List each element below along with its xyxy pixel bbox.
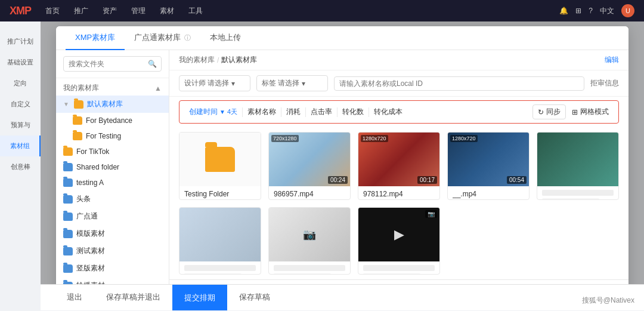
material-search-input[interactable]: [334, 76, 584, 91]
folder-item-testing[interactable]: For Testing: [56, 128, 169, 144]
asset-card-video-3[interactable]: 1280x720 00:54 __.mp4 ID: 307460 2021-07…: [447, 132, 530, 200]
asset-card-placeholder-1[interactable]: [537, 132, 619, 200]
folder-name: 头条: [76, 194, 91, 204]
asset-card-placeholder-4[interactable]: ▶ 📷: [358, 207, 440, 275]
folder-item-shared[interactable]: Shared folder: [56, 159, 169, 175]
modal-tabs: XMP素材库 广点通素材库 ⓘ 本地上传: [56, 26, 628, 50]
asset-date-placeholder: [184, 273, 242, 275]
folder-icon: [73, 132, 82, 140]
section-toggle-icon[interactable]: ▲: [154, 84, 162, 93]
sidebar-label-basic[interactable]: 基础设置: [0, 52, 41, 73]
folder-name: For Bytedance: [86, 116, 132, 125]
bottom-tab-exit[interactable]: 退出: [55, 285, 94, 311]
modal-body: 🔍 我的素材库 ▲ ▼ 默认素材库: [56, 50, 628, 307]
folder-search-input[interactable]: [63, 56, 162, 72]
logo: XMP: [10, 5, 31, 17]
folder-item-toutiao[interactable]: 头条: [56, 190, 169, 208]
th-name[interactable]: 素材名称: [247, 107, 276, 117]
asset-info: [358, 261, 439, 275]
sort-suffix: 4天: [227, 107, 237, 116]
resolution-badge: 1280x720: [361, 135, 388, 142]
resolution-badge: 1280x720: [450, 135, 478, 142]
sidebar-label-targeting[interactable]: 定向: [0, 73, 41, 94]
nav-assets[interactable]: 资产: [103, 6, 117, 16]
folder-item-testing-a[interactable]: testing A: [56, 175, 169, 190]
breadcrumb-parent[interactable]: 我的素材库: [179, 55, 215, 65]
breadcrumb: 我的素材库 / 默认素材库 编辑: [169, 50, 628, 70]
bell-icon[interactable]: 🔔: [559, 7, 568, 15]
th-convert-cost[interactable]: 转化成本: [374, 107, 402, 117]
asset-name-placeholder: [184, 265, 256, 271]
table-header: 创建时间 ▼ 4天 素材名称 消耗 点击率 转化数 转化成本: [179, 100, 619, 124]
asset-info: [269, 261, 350, 275]
asset-card-video-2[interactable]: 1280x720 00:17 978112.mp4 ID: 319240 202…: [358, 132, 440, 200]
sidebar-label-custom[interactable]: 自定义: [0, 94, 41, 115]
sidebar-label-creative[interactable]: 创意棒: [0, 156, 41, 177]
folder-item-vertical[interactable]: 竖版素材: [56, 260, 169, 277]
nav-material[interactable]: 素材: [160, 6, 174, 16]
folder-item-tiktok[interactable]: For TikTok: [56, 144, 169, 159]
camera-icon: 📷: [303, 228, 316, 241]
asset-info: [537, 186, 618, 200]
sidebar-label-material[interactable]: 素材组: [0, 136, 41, 156]
nav-manage[interactable]: 管理: [131, 6, 145, 16]
folder-item-bytedance[interactable]: For Bytedance: [56, 113, 169, 128]
sidebar-label-budget[interactable]: 预算与: [0, 115, 41, 136]
asset-thumbnail: [179, 133, 261, 186]
asset-thumbnail: ▶ 📷: [358, 208, 439, 261]
folder-icon: [74, 100, 83, 109]
folder-icon: [63, 178, 73, 187]
folder-item-test-material[interactable]: 测试素材: [56, 242, 169, 260]
folder-icon: [63, 247, 73, 255]
right-panel: 我的素材库 / 默认素材库 编辑 设计师 请选择 ▾ 标签 请选: [169, 50, 628, 307]
folder-item-guangdiantong[interactable]: 广点通: [56, 208, 169, 225]
bottom-tab-save[interactable]: 保存草稿: [227, 285, 282, 311]
question-icon[interactable]: ?: [589, 7, 593, 15]
grid-icon[interactable]: ⊞: [575, 7, 581, 15]
asset-card-folder[interactable]: Testing Folder 2021-08-18 16:18:07: [179, 132, 261, 200]
folder-name: 默认素材库: [87, 99, 123, 109]
audit-info-button[interactable]: 拒审信息: [590, 78, 619, 88]
th-consume[interactable]: 消耗: [286, 107, 301, 117]
th-convert-count[interactable]: 转化数: [342, 107, 364, 117]
avatar[interactable]: U: [621, 4, 634, 17]
folder-icon: [63, 213, 73, 221]
tag-filter[interactable]: 标签 请选择 ▾: [256, 75, 328, 91]
duration-badge: 📷: [425, 210, 437, 218]
search-icon: 🔍: [148, 60, 157, 68]
sidebar-label-promote[interactable]: 推广计划: [0, 31, 41, 52]
grid-mode-button[interactable]: ⊞ 网格模式: [572, 107, 609, 117]
folder-name: For TikTok: [76, 147, 109, 156]
modal-overlay: XMP素材库 广点通素材库 ⓘ 本地上传 🔍: [41, 21, 644, 310]
nav-promote[interactable]: 推广: [74, 6, 88, 16]
edit-button[interactable]: 编辑: [605, 55, 619, 65]
th-ctr[interactable]: 点击率: [311, 107, 332, 117]
nav-tools[interactable]: 工具: [188, 6, 203, 16]
asset-card-placeholder-3[interactable]: 📷: [268, 207, 351, 275]
duration-badge: 00:24: [328, 176, 348, 184]
tab-local-upload[interactable]: 本地上传: [200, 26, 250, 50]
sort-icon: ▼: [219, 109, 225, 115]
designer-filter[interactable]: 设计师 请选择 ▾: [179, 75, 250, 91]
lang-switch[interactable]: 中文: [600, 6, 614, 16]
asset-card-placeholder-2[interactable]: [179, 207, 261, 275]
play-icon: ▶: [394, 227, 404, 242]
sync-button[interactable]: ↻ 同步: [532, 104, 566, 119]
folder-name: For Testing: [86, 132, 121, 140]
tab-guangdiantong[interactable]: 广点通素材库 ⓘ: [125, 26, 200, 50]
tab-xmp[interactable]: XMP素材库: [66, 26, 125, 50]
nav-home[interactable]: 首页: [45, 6, 60, 16]
bottom-tab-submit[interactable]: 提交排期: [172, 285, 227, 311]
asset-card-video-1[interactable]: 720x1280 00:24 986957.mp4 ID: 319241 202…: [268, 132, 351, 200]
th-create-time[interactable]: 创建时间 ▼ 4天: [189, 107, 237, 117]
asset-thumbnail: 📷: [269, 208, 350, 261]
bottom-tab-save-exit[interactable]: 保存草稿并退出: [94, 285, 172, 311]
folder-big-icon: [205, 147, 235, 172]
nav-right-area: 🔔 ⊞ ? 中文 U: [559, 4, 634, 17]
folder-name: Shared folder: [76, 163, 119, 171]
folder-item-default[interactable]: ▼ 默认素材库: [56, 96, 169, 113]
asset-name: __.mp4: [453, 190, 524, 198]
folder-item-template[interactable]: 模版素材: [56, 225, 169, 242]
grid-icon: ⊞: [572, 108, 578, 116]
asset-name: 978112.mp4: [363, 190, 435, 198]
